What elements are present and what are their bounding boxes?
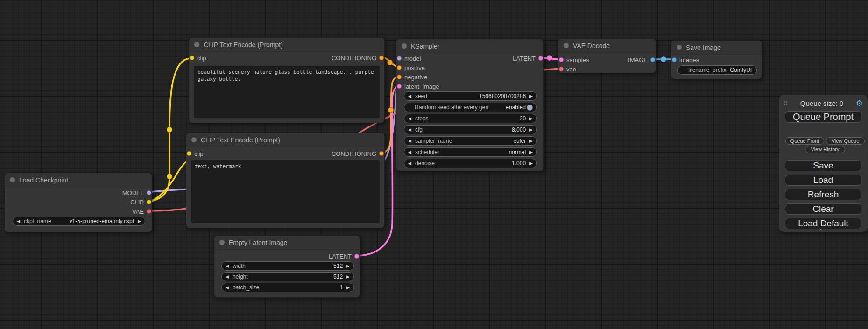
input-negative[interactable]: negative — [396, 72, 427, 82]
decrement-arrow-icon[interactable]: ◀ — [408, 150, 411, 154]
model-port-dot[interactable] — [397, 56, 402, 61]
increment-arrow-icon[interactable]: ▶ — [346, 286, 350, 290]
node-ksampler[interactable]: KSampler model positive negative latent_… — [396, 39, 544, 171]
node-load-checkpoint[interactable]: Load Checkpoint MODEL CLIP VAE ◀ ckpt_na… — [4, 173, 152, 232]
reroute-dot-clip[interactable] — [167, 174, 172, 179]
output-model[interactable]: MODEL — [122, 188, 152, 197]
output-image[interactable]: IMAGE — [628, 55, 656, 64]
sampler-name-widget[interactable]: ◀ sampler_name euler ▶ — [404, 136, 537, 146]
clip-port-dot[interactable] — [190, 56, 194, 60]
increment-arrow-icon[interactable]: ▶ — [529, 139, 533, 143]
output-conditioning[interactable]: CONDITIONING — [332, 149, 384, 158]
input-model[interactable]: model — [396, 54, 421, 63]
node-title-bar[interactable]: CLIP Text Encode (Prompt) — [189, 38, 384, 52]
increment-arrow-icon[interactable]: ▶ — [529, 94, 533, 98]
node-empty-latent-image[interactable]: Empty Latent Image LATENT ◀ width 512 ▶ … — [214, 235, 360, 298]
load-button[interactable]: Load — [785, 175, 861, 186]
input-images[interactable]: images — [671, 55, 699, 64]
ckpt-name-widget[interactable]: ◀ ckpt_name v1-5-pruned-emaonly.ckpt ▶ — [13, 217, 145, 226]
positive-prompt-textarea[interactable]: beautiful scenery nature glass bottle la… — [194, 66, 380, 118]
input-vae[interactable]: vae — [558, 64, 576, 74]
latent-port-dot[interactable] — [397, 84, 402, 89]
queue-panel[interactable]: ⠿ Queue size: 0 ⚙ Queue Prompt Extra opt… — [779, 95, 868, 232]
decrement-arrow-icon[interactable]: ◀ — [408, 94, 411, 98]
input-samples[interactable]: samples — [558, 55, 589, 64]
decrement-arrow-icon[interactable]: ◀ — [408, 128, 411, 132]
decrement-arrow-icon[interactable]: ◀ — [226, 264, 229, 268]
queue-prompt-button[interactable]: Queue Prompt — [785, 111, 861, 123]
collapse-dot-icon[interactable] — [191, 137, 197, 142]
node-title-bar[interactable]: CLIP Text Encode (Prompt) — [186, 133, 384, 147]
latent-port-dot[interactable] — [538, 56, 543, 61]
image-port-dot[interactable] — [650, 57, 655, 62]
image-port-dot[interactable] — [672, 57, 677, 62]
collapse-dot-icon[interactable] — [10, 177, 15, 182]
conditioning-port-dot[interactable] — [397, 65, 402, 70]
reroute-dot-conditioning[interactable] — [387, 60, 393, 65]
reroute-dot-conditioning[interactable] — [388, 107, 394, 113]
decrement-arrow-icon[interactable]: ◀ — [17, 219, 20, 224]
increment-arrow-icon[interactable]: ▶ — [529, 117, 533, 121]
latent-port-dot[interactable] — [559, 57, 564, 62]
increment-arrow-icon[interactable]: ▶ — [529, 128, 533, 132]
width-widget[interactable]: ◀ width 512 ▶ — [221, 261, 354, 271]
collapse-dot-icon[interactable] — [194, 42, 199, 47]
batch-size-widget[interactable]: ◀ batch_size 1 ▶ — [221, 283, 354, 292]
vae-port-dot[interactable] — [559, 67, 564, 71]
increment-arrow-icon[interactable]: ▶ — [346, 275, 350, 279]
negative-prompt-textarea[interactable]: text, watermark — [191, 160, 380, 223]
output-latent[interactable]: LATENT — [329, 252, 360, 261]
gear-icon[interactable]: ⚙ — [856, 98, 863, 108]
toggle-indicator[interactable] — [527, 105, 533, 111]
height-widget[interactable]: ◀ height 512 ▶ — [221, 272, 354, 281]
output-vae[interactable]: VAE — [132, 207, 152, 216]
input-clip[interactable]: clip — [186, 149, 204, 158]
denoise-widget[interactable]: ◀ denoise 1.000 ▶ — [404, 159, 537, 168]
node-title-bar[interactable]: KSampler — [396, 39, 543, 53]
save-button[interactable]: Save — [785, 160, 861, 171]
conditioning-port-dot[interactable] — [379, 56, 384, 60]
reroute-dot-latent[interactable] — [547, 55, 552, 61]
cfg-widget[interactable]: ◀ cfg 8.000 ▶ — [404, 125, 537, 134]
increment-arrow-icon[interactable]: ▶ — [529, 150, 533, 154]
increment-arrow-icon[interactable]: ▶ — [138, 219, 141, 224]
drag-handle-icon[interactable]: ⠿ — [783, 100, 788, 107]
load-default-button[interactable]: Load Default — [785, 218, 861, 229]
collapse-dot-icon[interactable] — [564, 43, 569, 48]
output-latent[interactable]: LATENT — [513, 54, 543, 63]
node-title-bar[interactable]: Save Image — [671, 41, 762, 55]
collapse-dot-icon[interactable] — [219, 240, 225, 245]
model-port-dot[interactable] — [147, 190, 151, 195]
output-clip[interactable]: CLIP — [130, 197, 152, 207]
input-clip[interactable]: clip — [189, 53, 206, 63]
node-title-bar[interactable]: Empty Latent Image — [214, 236, 360, 250]
collapse-dot-icon[interactable] — [402, 43, 407, 49]
clear-button[interactable]: Clear — [785, 203, 861, 215]
reroute-dot-image[interactable] — [661, 56, 666, 62]
decrement-arrow-icon[interactable]: ◀ — [226, 286, 229, 290]
reroute-dot-clip[interactable] — [167, 127, 172, 133]
input-latent-image[interactable]: latent_image — [396, 82, 439, 91]
decrement-arrow-icon[interactable]: ◀ — [226, 275, 229, 279]
queue-front-button[interactable]: Queue Front — [785, 137, 824, 145]
increment-arrow-icon[interactable]: ▶ — [346, 264, 350, 268]
collapse-dot-icon[interactable] — [677, 45, 682, 50]
refresh-button[interactable]: Refresh — [785, 189, 861, 200]
input-positive[interactable]: positive — [396, 63, 425, 72]
steps-widget[interactable]: ◀ steps 20 ▶ — [404, 114, 537, 123]
decrement-arrow-icon[interactable]: ◀ — [408, 117, 411, 121]
view-history-button[interactable]: View History — [805, 146, 845, 153]
node-title-bar[interactable]: Load Checkpoint — [5, 173, 152, 187]
node-clip-text-encode-negative[interactable]: CLIP Text Encode (Prompt) clip CONDITION… — [186, 133, 385, 228]
node-vae-decode[interactable]: VAE Decode samples vae IMAGE — [558, 38, 656, 73]
random-seed-toggle-widget[interactable]: Random seed after every gen enabled — [404, 103, 537, 112]
vae-port-dot[interactable] — [147, 209, 151, 214]
conditioning-port-dot[interactable] — [379, 151, 384, 156]
scheduler-widget[interactable]: ◀ scheduler normal ▶ — [404, 147, 537, 157]
node-title-bar[interactable]: VAE Decode — [558, 39, 656, 53]
clip-port-dot[interactable] — [187, 151, 191, 156]
clip-port-dot[interactable] — [147, 200, 151, 204]
conditioning-port-dot[interactable] — [397, 75, 402, 79]
view-queue-button[interactable]: View Queue — [826, 137, 865, 145]
seed-widget[interactable]: ◀ seed 156680208700286 ▶ — [404, 91, 537, 101]
